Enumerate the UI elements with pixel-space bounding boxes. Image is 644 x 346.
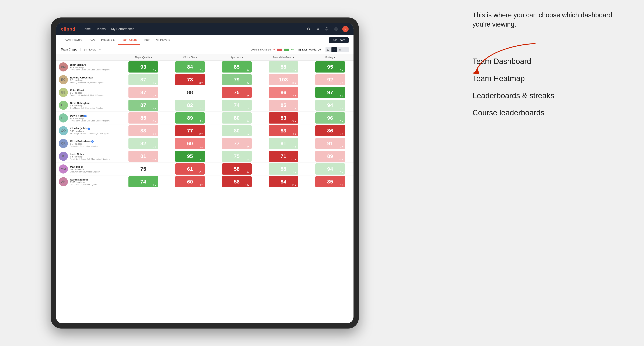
player-club: Craigmillar Park, United Kingdom	[70, 145, 98, 147]
search-icon[interactable]	[306, 26, 312, 32]
table-row[interactable]: DB Dave Billingham 1-5 Handicap Gog Mago…	[56, 99, 354, 112]
table-row[interactable]: EE Elliot Ebert 1-5 Handicap Sunningdale…	[56, 86, 354, 99]
stat-box: 87 4▲	[128, 100, 158, 111]
player-cell[interactable]: CR Chris Robertson✓ 1-5 Handicap Craigmi…	[56, 137, 120, 150]
download-button[interactable]: ↓	[343, 47, 348, 52]
player-cell[interactable]: EE Elliot Ebert 1-5 Handicap Sunningdale…	[56, 86, 120, 99]
player-name: Aaron Nicholls	[70, 178, 97, 181]
stat-box: 89 -2▼	[315, 151, 345, 162]
stat-cell: 83 -10▼	[260, 112, 307, 124]
table-row[interactable]: MM Matt Miller 6-10 Handicap Woburn Golf…	[56, 163, 354, 175]
player-hcap: 1-5 Handicap	[70, 143, 98, 145]
stat-cell: 86 -8▼	[307, 124, 354, 137]
player-info: Charlie Quick✓ 6-10 Handicap St. George'…	[70, 127, 111, 135]
player-avatar: BM	[59, 62, 68, 71]
green-legend-bar	[284, 49, 289, 51]
person-icon[interactable]	[315, 26, 320, 32]
stat-change: -4▼	[339, 184, 343, 186]
player-hcap: 1-5 Handicap	[70, 79, 104, 81]
col-header-green[interactable]: Around the Green ▾	[260, 54, 307, 61]
col-header-quality[interactable]: Player Quality ▾	[120, 54, 166, 61]
player-cell[interactable]: DF David Ford✓ Plus Handicap Royal North…	[56, 112, 120, 124]
col-header-putting[interactable]: Putting ▾	[307, 54, 354, 61]
player-cell[interactable]: JC Josh Coles 1-5 Handicap Royal North D…	[56, 150, 120, 163]
settings-icon[interactable]	[333, 26, 339, 32]
player-info: Elliot Ebert 1-5 Handicap Sunningdale Go…	[70, 89, 104, 96]
stat-change: -3▼	[199, 171, 203, 173]
stat-value: 75	[234, 90, 240, 95]
player-cell[interactable]: DB Dave Billingham 1-5 Handicap Gog Mago…	[56, 99, 120, 112]
table-row[interactable]: CQ Charlie Quick✓ 6-10 Handicap St. Geor…	[56, 124, 354, 137]
player-avatar: EC	[59, 75, 68, 84]
player-avatar: AN	[59, 177, 68, 186]
stat-value: 95	[187, 154, 193, 159]
table-row[interactable]: JC Josh Coles 1-5 Handicap Royal North D…	[56, 150, 354, 163]
stat-cell: 87 4▲	[120, 99, 166, 112]
table-row[interactable]: EC Edward Crossman 1-5 Handicap Sunningd…	[56, 73, 354, 86]
table-row[interactable]: DF David Ford✓ Plus Handicap Royal North…	[56, 112, 354, 124]
col-header-tee[interactable]: Off the Tee ▾	[166, 54, 213, 61]
player-table: Player Quality ▾ Off the Tee ▾ Approach …	[56, 54, 354, 188]
nav-home[interactable]: Home	[82, 26, 91, 32]
stat-value: 60	[187, 141, 193, 146]
bell-icon[interactable]	[324, 26, 330, 32]
player-club: Royal North Devon Golf Club, United King…	[70, 69, 110, 71]
player-cell[interactable]: EC Edward Crossman 1-5 Handicap Sunningd…	[56, 73, 120, 86]
nav-icons: U	[306, 26, 348, 32]
stat-value: 74	[140, 179, 146, 184]
table-view-button[interactable]: ≡	[332, 47, 337, 52]
player-cell[interactable]: CQ Charlie Quick✓ 6-10 Handicap St. Geor…	[56, 124, 120, 137]
player-club: Sunningdale Golf Club, United Kingdom	[70, 81, 104, 84]
stat-cell: 88 -2▼	[260, 163, 307, 175]
edit-icon[interactable]: ✏	[99, 48, 101, 51]
stat-cell: 80 3▲	[213, 112, 260, 124]
table-row[interactable]: CR Chris Robertson✓ 1-5 Handicap Craigmi…	[56, 137, 354, 150]
stat-cell: 81 4▲	[260, 137, 307, 150]
player-cell[interactable]: BM Blair McHarg Plus Handicap Royal Nort…	[56, 61, 120, 73]
subnav-pga[interactable]: PGA	[86, 35, 98, 45]
stat-cell: 88	[166, 86, 213, 99]
stat-box: 82 3▲	[128, 138, 158, 149]
subnav-pgat[interactable]: PGAT Players	[61, 35, 85, 45]
player-info: Chris Robertson✓ 1-5 Handicap Craigmilla…	[70, 140, 98, 147]
table-row[interactable]: AN Aaron Nicholls 11-15 Handicap Drift G…	[56, 175, 354, 188]
player-name: Elliot Ebert	[70, 89, 104, 92]
svg-rect-3	[299, 49, 301, 51]
table-row[interactable]: BM Blair McHarg Plus Handicap Royal Nort…	[56, 61, 354, 73]
stat-cell: 75 2▲	[213, 150, 260, 163]
stat-box: 87 1▲	[128, 74, 158, 85]
round-change-label: 20 Round Change	[251, 48, 271, 51]
player-cell[interactable]: AN Aaron Nicholls 11-15 Handicap Drift G…	[56, 175, 120, 188]
user-avatar[interactable]: U	[342, 26, 348, 32]
svg-point-0	[308, 28, 310, 30]
stat-cell: 75	[120, 163, 166, 175]
stat-value: 94	[327, 166, 333, 172]
col-header-approach[interactable]: Approach ▾	[213, 54, 260, 61]
stat-box: 61 -3▼	[175, 163, 205, 174]
player-club: Sunningdale Golf Club, United Kingdom	[70, 94, 104, 96]
add-team-button[interactable]: Add Team	[329, 37, 348, 43]
stat-cell: 94 1▲	[307, 99, 354, 112]
stat-change: 2▲	[200, 146, 203, 148]
stat-box: 84 6▲	[175, 61, 205, 72]
player-avatar: EE	[59, 88, 68, 97]
stat-value: 81	[280, 141, 286, 146]
nav-teams[interactable]: Teams	[96, 26, 106, 32]
subnav-team-clippd[interactable]: Team Clippd	[118, 35, 140, 45]
stat-box: 93 9▲	[128, 61, 158, 72]
player-club: Royal North Devon Golf Club, United King…	[70, 120, 110, 122]
person-view-button[interactable]: ⊙	[338, 47, 343, 52]
stat-change: 1▲	[246, 107, 250, 110]
subnav-all-players[interactable]: All Players	[153, 35, 173, 45]
last-rounds-button[interactable]: Last Rounds: 20	[296, 47, 324, 52]
player-hcap: 1-5 Handicap	[70, 105, 104, 107]
subnav-tour[interactable]: Tour	[141, 35, 152, 45]
player-avatar: DF	[59, 113, 68, 123]
grid-view-button[interactable]: ⊞	[326, 47, 331, 52]
nav-my-performance[interactable]: My Performance	[111, 26, 134, 32]
subnav-hcaps[interactable]: Hcaps 1-5	[98, 35, 118, 45]
player-club: Drift Golf Club, United Kingdom	[70, 183, 97, 185]
stat-box: 87 -3▼	[128, 87, 158, 98]
player-info: Matt Miller 6-10 Handicap Woburn Golf Cl…	[70, 165, 100, 173]
player-cell[interactable]: MM Matt Miller 6-10 Handicap Woburn Golf…	[56, 163, 120, 175]
